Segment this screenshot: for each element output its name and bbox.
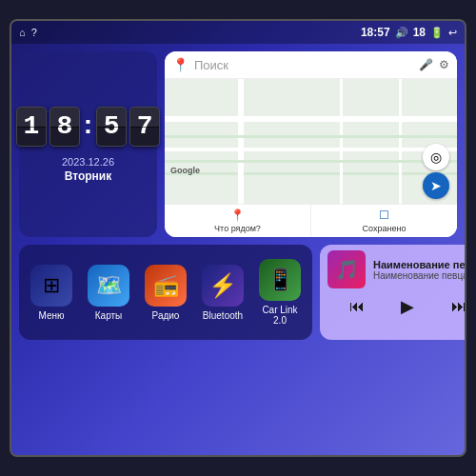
music-artist: Наименование певца — [373, 270, 466, 281]
battery-icon: 🔋 — [430, 27, 444, 39]
google-logo: Google — [170, 166, 200, 175]
colon: : — [84, 109, 92, 140]
music-top: 🎵 Наименование песни Наименование певца — [327, 250, 466, 288]
map-search-bar[interactable]: 📍 Поиск 🎤 ⚙ — [165, 51, 457, 79]
prev-button[interactable]: ⏮ — [344, 296, 370, 317]
nearby-icon: 📍 — [230, 208, 245, 222]
locate-icon: ◎ — [430, 149, 442, 165]
clock-day: Вторник — [65, 169, 112, 183]
status-bar-left: ⌂ ? — [19, 27, 37, 38]
radio-icon-img: 📻 — [145, 265, 187, 307]
app-icon-carlink[interactable]: 📱 Car Link 2.0 — [259, 259, 301, 326]
carlink-icon-img: 📱 — [259, 259, 301, 301]
saved-label: Сохранено — [363, 224, 407, 233]
app-icon-radio[interactable]: 📻 Радио — [145, 265, 187, 321]
nearby-label: Что рядом? — [214, 224, 261, 233]
min-ones: 7 — [129, 107, 160, 147]
minutes-group: 5 7 — [96, 107, 160, 147]
play-button[interactable]: ▶ — [395, 294, 420, 319]
radio-label: Радио — [152, 310, 180, 321]
status-bar: ⌂ ? 18:57 🔊 18 🔋 ↩ — [11, 21, 465, 44]
hour-ones: 8 — [50, 107, 80, 147]
bottom-section: ⊞ Меню 🗺️ Карты 📻 Радио — [19, 245, 457, 340]
navigate-icon: ➤ — [430, 178, 442, 193]
hour-tens: 1 — [16, 107, 47, 147]
music-panel: 🎵 Наименование песни Наименование певца … — [320, 245, 466, 340]
battery-level: 18 — [413, 26, 426, 39]
map-area[interactable]: Google ◎ ➤ — [165, 79, 457, 204]
home-icon[interactable]: ⌂ — [19, 27, 26, 38]
map-navigate-button[interactable]: ➤ — [423, 172, 449, 199]
map-search-text[interactable]: Поиск — [194, 58, 413, 72]
clock-widget: 1 8 : 5 7 2023.12.26 Вторник — [19, 51, 157, 237]
bluetooth-icon: ⚡ — [208, 272, 237, 299]
maps-icon-img: 🗺️ — [88, 265, 129, 307]
map-saved-button[interactable]: ☐ Сохранено — [311, 205, 457, 237]
map-widget[interactable]: 📍 Поиск 🎤 ⚙ Google — [165, 51, 457, 237]
music-title: Наименование песни — [373, 259, 466, 270]
app-icon-menu[interactable]: ⊞ Меню — [30, 265, 72, 321]
volume-icon: 🔊 — [395, 27, 408, 39]
map-locate-button[interactable]: ◎ — [423, 144, 449, 170]
app-icon-bluetooth[interactable]: ⚡ Bluetooth — [202, 265, 244, 321]
radio-icon: 📻 — [153, 273, 179, 298]
status-time: 18:57 — [361, 26, 390, 39]
question-icon[interactable]: ? — [31, 27, 37, 38]
flip-clock: 1 8 : 5 7 — [16, 107, 160, 147]
maps-icon: 🗺️ — [96, 273, 122, 298]
hours-group: 1 8 — [16, 107, 80, 147]
music-art-icon: 🎵 — [335, 258, 359, 281]
map-settings-icon[interactable]: ⚙ — [439, 58, 449, 71]
menu-label: Меню — [38, 310, 64, 321]
music-controls: ⏮ ▶ ⏭ — [327, 292, 466, 321]
mic-icon[interactable]: 🎤 — [419, 58, 433, 71]
saved-icon: ☐ — [379, 208, 389, 222]
top-section: 1 8 : 5 7 2023.12.26 Вторник 📍 Поиск — [19, 51, 457, 237]
menu-icon: ⊞ — [43, 273, 60, 298]
app-icon-maps[interactable]: 🗺️ Карты — [88, 265, 129, 321]
map-pin-icon: 📍 — [172, 57, 188, 72]
device-frame: ⌂ ? 18:57 🔊 18 🔋 ↩ 1 8 : — [10, 19, 466, 457]
min-tens: 5 — [96, 107, 127, 147]
carlink-icon: 📱 — [268, 268, 293, 292]
maps-label: Карты — [95, 310, 123, 321]
map-nearby-button[interactable]: 📍 Что рядом? — [165, 205, 311, 237]
clock-date: 2023.12.26 — [62, 156, 114, 168]
music-info: Наименование песни Наименование певца — [373, 259, 466, 281]
back-icon[interactable]: ↩ — [448, 27, 457, 39]
bluetooth-label: Bluetooth — [203, 310, 243, 321]
map-bottom-bar: 📍 Что рядом? ☐ Сохранено — [165, 204, 457, 237]
next-button[interactable]: ⏭ — [446, 296, 466, 317]
bt-icon-img: ⚡ — [202, 265, 244, 307]
album-art: 🎵 — [327, 250, 366, 288]
main-content: 1 8 : 5 7 2023.12.26 Вторник 📍 Поиск — [11, 44, 465, 455]
menu-icon-img: ⊞ — [30, 265, 72, 307]
status-right: 18:57 🔊 18 🔋 ↩ — [361, 26, 457, 39]
carlink-label: Car Link 2.0 — [259, 305, 301, 326]
app-icons-panel: ⊞ Меню 🗺️ Карты 📻 Радио — [19, 245, 312, 340]
